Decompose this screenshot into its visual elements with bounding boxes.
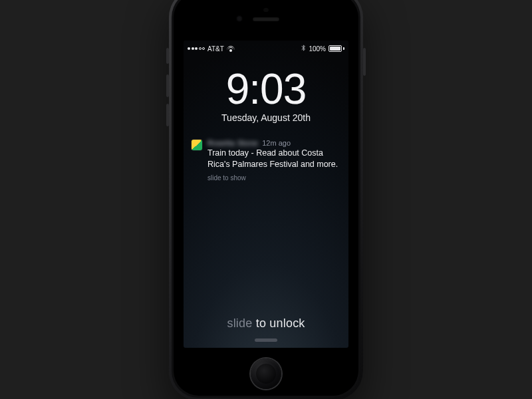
stage: AT&T 100%	[0, 0, 532, 399]
notification-body: Rosetta Stone 12m ago Train today - Read…	[207, 139, 340, 182]
battery-pct: 100%	[309, 45, 326, 53]
clock-block: 9:03 Tuesday, August 20th	[184, 68, 348, 123]
notification-app-icon	[192, 140, 202, 150]
home-button[interactable]	[251, 358, 281, 389]
earpiece	[253, 17, 279, 21]
proximity-sensor	[263, 8, 269, 12]
signal-dot-5	[202, 47, 205, 50]
unlock-dim: slide	[227, 317, 255, 330]
signal-dot-3	[195, 47, 198, 50]
power-button[interactable]	[363, 48, 366, 76]
status-right: 100%	[301, 45, 344, 53]
signal-dots	[188, 47, 205, 50]
status-bar: AT&T 100%	[184, 41, 348, 55]
time-label: 9:03	[184, 68, 348, 110]
notification-app-name: Rosetta Stone	[207, 139, 258, 147]
date-label: Tuesday, August 20th	[184, 112, 348, 123]
notification[interactable]: Rosetta Stone 12m ago Train today - Read…	[190, 139, 342, 182]
signal-dot-2	[192, 47, 194, 50]
notification-hint: slide to show	[207, 174, 340, 182]
status-left: AT&T	[188, 45, 235, 53]
wifi-icon	[227, 46, 235, 52]
notification-age: 12m ago	[262, 139, 291, 147]
front-camera	[237, 16, 242, 21]
phone-frame: AT&T 100%	[169, 0, 363, 399]
battery-icon	[329, 45, 344, 52]
phone-inner: AT&T 100%	[172, 0, 360, 398]
unlock-bright: to unlock	[256, 317, 305, 330]
slide-to-unlock[interactable]: slide to unlock	[184, 317, 348, 331]
signal-dot-1	[188, 47, 190, 50]
mute-switch[interactable]	[166, 48, 169, 64]
control-center-grabber[interactable]	[255, 338, 277, 342]
phone-bezel: AT&T 100%	[174, 0, 358, 396]
notification-header: Rosetta Stone 12m ago	[207, 139, 340, 147]
carrier-label: AT&T	[207, 45, 224, 53]
volume-up-button[interactable]	[166, 74, 169, 97]
notification-message: Train today - Read about Costa Rica's Pa…	[207, 148, 340, 170]
volume-down-button[interactable]	[166, 104, 169, 126]
lock-screen[interactable]: AT&T 100%	[184, 41, 348, 348]
signal-dot-4	[199, 47, 201, 50]
bluetooth-icon	[301, 45, 306, 53]
